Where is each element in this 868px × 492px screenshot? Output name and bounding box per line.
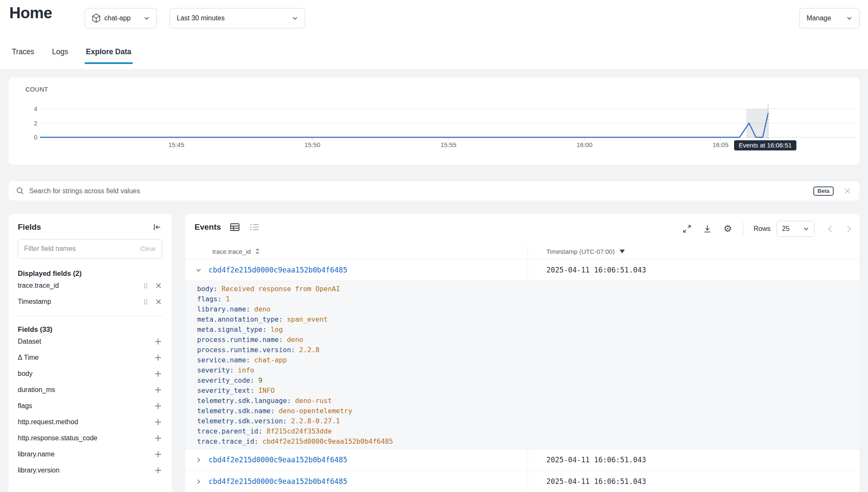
detail-key: severity_code	[197, 376, 259, 384]
column-header-timestamp[interactable]: Timestamp (UTC-07:00)	[546, 248, 615, 255]
prev-page-icon[interactable]	[826, 224, 834, 233]
add-field-icon[interactable]	[154, 402, 162, 410]
add-field-icon[interactable]	[154, 418, 162, 426]
close-search-icon[interactable]	[843, 186, 852, 195]
tab-bar: Traces Logs Explore Data	[11, 47, 148, 64]
table-row[interactable]: cbd4f2e215d0000c9eaa152b0b4f6485 2025-04…	[185, 449, 860, 471]
tab-logs[interactable]: Logs	[51, 47, 70, 64]
detail-key: process.runtime.name	[197, 336, 287, 344]
detail-value: chat-app	[254, 356, 287, 364]
displayed-field-row: trace.trace_id	[18, 278, 162, 294]
add-field-icon[interactable]	[154, 434, 162, 442]
sort-icon[interactable]	[255, 248, 260, 255]
x-axis-tick: 15:55	[429, 141, 467, 148]
remove-field-icon[interactable]	[155, 298, 162, 306]
drag-handle-icon[interactable]	[142, 298, 149, 306]
add-field-icon[interactable]	[154, 466, 162, 475]
add-field-icon[interactable]	[154, 353, 162, 362]
detail-value: span_event	[287, 315, 328, 323]
cube-icon	[92, 14, 100, 23]
detail-key-value: telemetry.sdk.languagedeno-rust	[197, 396, 860, 406]
collapse-row-icon[interactable]	[195, 267, 202, 273]
field-label: library.name	[18, 450, 154, 458]
expand-panel-icon[interactable]	[682, 224, 692, 234]
table-row[interactable]: cbd4f2e215d0000c9eaa152b0b4f6485 2025-04…	[185, 471, 860, 492]
events-table-body: cbd4f2e215d0000c9eaa152b0b4f6485 2025-04…	[185, 259, 860, 492]
timestamp-value: 2025-04-11 16:06:51.043	[546, 456, 646, 464]
add-field-icon[interactable]	[154, 337, 162, 346]
trace-id-link[interactable]: cbd4f2e215d0000c9eaa152b0b4f6485	[209, 456, 348, 464]
detail-key-value: bodyReceived response from OpenAI	[197, 284, 860, 294]
sort-desc-icon[interactable]	[620, 250, 625, 253]
filter-field-wrap: Clear	[18, 239, 162, 259]
tab-traces[interactable]: Traces	[11, 47, 36, 64]
table-view-icon[interactable]	[229, 222, 240, 232]
field-row: Dataset	[18, 334, 162, 350]
filter-fields-input[interactable]	[24, 245, 140, 253]
field-label: body	[18, 370, 154, 378]
rows-label: Rows	[754, 225, 771, 233]
dataset-selector[interactable]: chat-app	[85, 8, 157, 28]
detail-key: library.name	[197, 305, 254, 313]
add-field-icon[interactable]	[154, 450, 162, 459]
column-header-trace-id[interactable]: trace.trace_id	[212, 248, 251, 255]
events-panel-title: Events	[195, 222, 221, 232]
expand-row-icon[interactable]	[195, 478, 202, 485]
chevron-down-icon	[144, 15, 150, 21]
add-field-icon[interactable]	[154, 370, 162, 378]
chart-title: COUNT	[25, 86, 48, 93]
field-label: http.request.method	[18, 418, 154, 426]
chevron-down-icon	[292, 15, 298, 21]
detail-value: cbd4f2e215d0000c9eaa152b0b4f6485	[262, 437, 393, 445]
detail-value: deno	[254, 305, 271, 313]
field-list: DatasetΔ Timebodyduration_msflagshttp.re…	[18, 334, 162, 478]
detail-value: deno	[287, 336, 303, 344]
field-label: Dataset	[18, 338, 154, 345]
trace-id-link[interactable]: cbd4f2e215d0000c9eaa152b0b4f6485	[209, 477, 348, 486]
detail-key: telemetry.sdk.language	[197, 397, 295, 405]
rows-per-page-select[interactable]: 25	[776, 221, 815, 237]
detail-value: deno-rust	[295, 397, 332, 405]
count-series-line	[40, 113, 768, 137]
remove-field-icon[interactable]	[155, 282, 162, 289]
field-row: duration_ms	[18, 382, 162, 398]
download-icon[interactable]	[702, 224, 712, 234]
detail-value: 1	[225, 295, 230, 303]
field-row: flags	[18, 398, 162, 414]
expand-row-icon[interactable]	[195, 457, 202, 463]
detail-value: log	[270, 325, 283, 334]
top-bar: Home chat-app Last 30 minutes	[0, 0, 868, 69]
event-detail-pane: bodyReceived response from OpenAIflags1l…	[185, 281, 860, 449]
fields-panel-title: Fields	[18, 222, 41, 232]
divider	[743, 222, 743, 236]
displayed-field-row: Timestamp	[18, 294, 162, 310]
list-view-icon[interactable]	[249, 222, 260, 232]
detail-key-value: severityinfo	[197, 365, 860, 375]
detail-key: telemetry.sdk.name	[197, 407, 279, 415]
field-row: http.request.method	[18, 414, 162, 430]
detail-value: deno-opentelemetry	[279, 407, 352, 415]
table-row[interactable]: cbd4f2e215d0000c9eaa152b0b4f6485 2025-04…	[185, 259, 860, 281]
settings-gear-icon[interactable]: ⚙	[723, 223, 733, 234]
collapse-sidebar-icon[interactable]	[152, 222, 162, 232]
drag-handle-icon[interactable]	[142, 282, 149, 290]
displayed-fields-header: Displayed fields (2)	[18, 270, 162, 278]
next-page-icon[interactable]	[845, 224, 853, 233]
tab-explore-data[interactable]: Explore Data	[85, 47, 133, 64]
trace-id-link[interactable]: cbd4f2e215d0000c9eaa152b0b4f6485	[209, 266, 348, 274]
time-range-selector[interactable]: Last 30 minutes	[170, 8, 305, 28]
add-field-icon[interactable]	[154, 386, 162, 394]
search-input[interactable]	[29, 187, 813, 195]
events-table-header: trace.trace_id Timestamp (UTC-07:00)	[185, 244, 860, 259]
detail-value: Received response from OpenAI	[222, 285, 340, 293]
count-line-chart[interactable]	[8, 78, 860, 165]
manage-button[interactable]: Manage	[799, 8, 860, 28]
detail-key-value: process.runtime.version2.2.8	[197, 345, 860, 355]
detail-key: meta.annotation_type	[197, 315, 287, 323]
clear-filter-button[interactable]: Clear	[140, 245, 156, 253]
detail-key-value: trace.parent_id8f215cd24f353dde	[197, 426, 860, 436]
detail-value: 2.2.8	[299, 346, 320, 354]
detail-key-value: meta.signal_typelog	[197, 325, 860, 335]
explore-data-page: Home chat-app Last 30 minutes	[0, 0, 868, 492]
displayed-field-label: trace.trace_id	[18, 282, 142, 289]
